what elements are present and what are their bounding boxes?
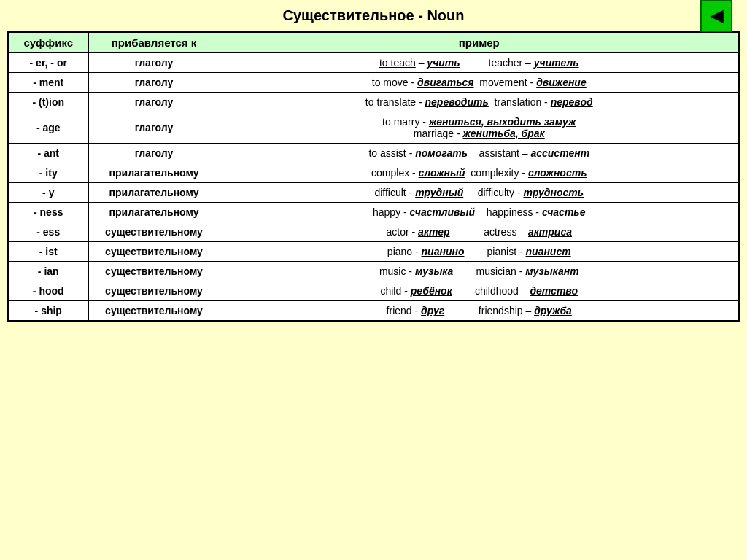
example-cell: difficult - трудный difficulty - труднос… bbox=[220, 183, 739, 203]
table-row: - ityприлагательномуcomplex - сложный co… bbox=[8, 163, 739, 183]
example-cell: to teach – учить teacher – учитель bbox=[220, 53, 739, 73]
table-row: - nessприлагательномуhappy - счастливый … bbox=[8, 203, 739, 222]
suffix-cell: - hood bbox=[8, 281, 88, 301]
example-cell: to assist - помогать assistant – ассисте… bbox=[220, 144, 739, 163]
example-cell: to move - двигаться movement - движение bbox=[220, 73, 739, 93]
adds-to-cell: глаголу bbox=[88, 93, 220, 112]
noun-suffixes-table: суффикс прибавляется к пример - er, - or… bbox=[7, 31, 740, 322]
back-icon: ◀ bbox=[711, 7, 723, 26]
example-cell: happy - счастливый happiness - счастье bbox=[220, 203, 739, 222]
col-suffix: суффикс bbox=[8, 32, 88, 53]
example-cell: friend - друг friendship – дружба bbox=[220, 301, 739, 322]
example-cell: to marry - жениться, выходить замужmarri… bbox=[220, 112, 739, 144]
suffix-cell: - ian bbox=[8, 262, 88, 281]
col-example: пример bbox=[220, 32, 739, 53]
example-cell: child - ребёнок childhood – детство bbox=[220, 281, 739, 301]
adds-to-cell: существительному bbox=[88, 242, 220, 262]
table-row: - er, - orглаголуto teach – учить teache… bbox=[8, 53, 739, 73]
table-row: - istсуществительномуpiano - пианино pia… bbox=[8, 242, 739, 262]
adds-to-cell: существительному bbox=[88, 222, 220, 242]
header-row: суффикс прибавляется к пример bbox=[8, 32, 739, 53]
example-cell: actor - актер actress – актриса bbox=[220, 222, 739, 242]
adds-to-cell: прилагательному bbox=[88, 163, 220, 183]
adds-to-cell: существительному bbox=[88, 301, 220, 322]
adds-to-cell: существительному bbox=[88, 262, 220, 281]
suffix-cell: - ess bbox=[8, 222, 88, 242]
adds-to-cell: прилагательному bbox=[88, 183, 220, 203]
table-row: - antглаголуto assist - помогать assista… bbox=[8, 144, 739, 163]
table-row: - ageглаголуto marry - жениться, выходит… bbox=[8, 112, 739, 144]
table-row: - (t)ionглаголуto translate - переводить… bbox=[8, 93, 739, 112]
page-title: Существительное - Noun bbox=[282, 7, 464, 23]
example-cell: complex - сложный complexity - сложность bbox=[220, 163, 739, 183]
table-row: - hoodсуществительномуchild - ребёнок ch… bbox=[8, 281, 739, 301]
suffix-cell: - ity bbox=[8, 163, 88, 183]
adds-to-cell: глаголу bbox=[88, 53, 220, 73]
table-row: - yприлагательномуdifficult - трудный di… bbox=[8, 183, 739, 203]
table-row: - shipсуществительномуfriend - друг frie… bbox=[8, 301, 739, 322]
adds-to-cell: глаголу bbox=[88, 112, 220, 144]
suffix-cell: - age bbox=[8, 112, 88, 144]
adds-to-cell: существительному bbox=[88, 281, 220, 301]
table-body: - er, - orглаголуto teach – учить teache… bbox=[8, 53, 739, 322]
back-button[interactable]: ◀ bbox=[700, 0, 732, 32]
suffix-cell: - y bbox=[8, 183, 88, 203]
table-row: - mentглаголуto move - двигаться movemen… bbox=[8, 73, 739, 93]
example-cell: piano - пианино pianist - пианист bbox=[220, 242, 739, 262]
table-header: суффикс прибавляется к пример bbox=[8, 32, 739, 53]
suffix-cell: - ment bbox=[8, 73, 88, 93]
adds-to-cell: глаголу bbox=[88, 144, 220, 163]
example-cell: to translate - переводить translation - … bbox=[220, 93, 739, 112]
table-row: - essсуществительномуactor - актер actre… bbox=[8, 222, 739, 242]
suffix-cell: - ship bbox=[8, 301, 88, 322]
page-header: Существительное - Noun ◀ bbox=[7, 7, 740, 24]
col-adds-to: прибавляется к bbox=[88, 32, 220, 53]
suffix-cell: - er, - or bbox=[8, 53, 88, 73]
suffix-cell: - ant bbox=[8, 144, 88, 163]
suffix-cell: - ist bbox=[8, 242, 88, 262]
suffix-cell: - (t)ion bbox=[8, 93, 88, 112]
suffix-cell: - ness bbox=[8, 203, 88, 222]
adds-to-cell: глаголу bbox=[88, 73, 220, 93]
example-cell: music - музыка musician - музыкант bbox=[220, 262, 739, 281]
table-row: - ianсуществительномуmusic - музыка musi… bbox=[8, 262, 739, 281]
adds-to-cell: прилагательному bbox=[88, 203, 220, 222]
